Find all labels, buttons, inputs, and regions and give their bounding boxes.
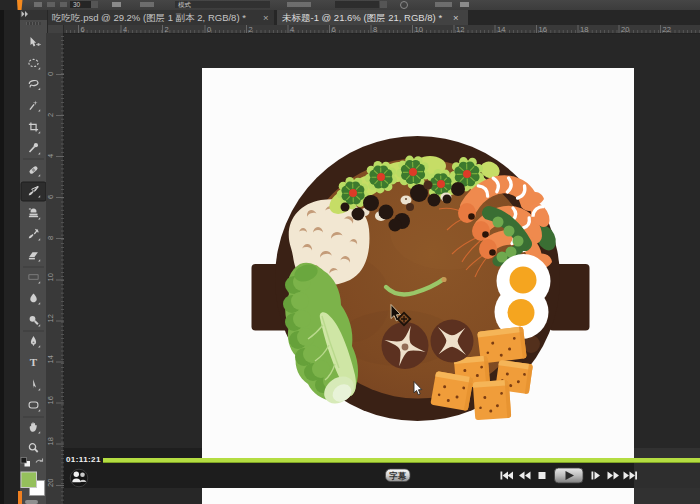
svg-text:字幕: 字幕 bbox=[388, 471, 407, 481]
